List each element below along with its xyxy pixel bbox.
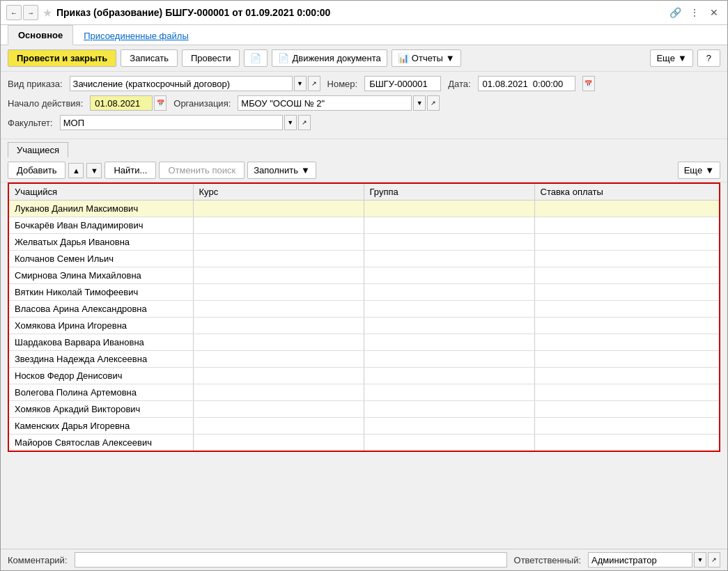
cell-course[interactable] xyxy=(193,418,364,435)
comment-input[interactable] xyxy=(75,552,507,568)
cell-course[interactable] xyxy=(193,234,364,251)
responsible-open-btn[interactable]: ↗ xyxy=(708,552,720,568)
cell-course[interactable] xyxy=(193,401,364,418)
forward-button[interactable]: → xyxy=(23,5,38,20)
responsible-input[interactable] xyxy=(588,552,692,568)
save-button[interactable]: Записать xyxy=(121,49,178,67)
start-input[interactable] xyxy=(90,95,153,111)
cell-course[interactable] xyxy=(193,251,364,267)
cancel-find-button[interactable]: Отменить поиск xyxy=(159,162,245,179)
table-row[interactable]: Майоров Святослав Алексеевич xyxy=(8,435,720,451)
cell-rate[interactable] xyxy=(534,301,720,318)
cell-course[interactable] xyxy=(193,267,364,284)
find-button[interactable]: Найти... xyxy=(104,162,156,179)
faculty-open-btn[interactable]: ↗ xyxy=(298,115,311,130)
type-input[interactable] xyxy=(70,76,293,91)
cell-course[interactable] xyxy=(193,368,364,384)
table-row[interactable]: Смирнова Элина Михайловна xyxy=(8,267,720,284)
cell-course[interactable] xyxy=(193,284,364,301)
cell-course[interactable] xyxy=(193,217,364,234)
cell-group[interactable] xyxy=(364,418,534,435)
bookmark-icon[interactable]: ★ xyxy=(42,6,52,19)
table-row[interactable]: Колчанов Семен Ильич xyxy=(8,251,720,267)
org-input[interactable] xyxy=(238,95,412,111)
table-row[interactable]: Каменских Дарья Игоревна xyxy=(8,418,720,435)
type-dropdown-btn[interactable]: ▼ xyxy=(294,76,307,91)
cell-course[interactable] xyxy=(193,201,364,217)
cell-group[interactable] xyxy=(364,234,534,251)
cell-group[interactable] xyxy=(364,401,534,418)
cell-group[interactable] xyxy=(364,368,534,384)
cell-group[interactable] xyxy=(364,217,534,234)
table-row[interactable]: Шардакова Варвара Ивановна xyxy=(8,334,720,351)
org-open-btn[interactable]: ↗ xyxy=(427,95,440,111)
cell-group[interactable] xyxy=(364,318,534,334)
table-row[interactable]: Хомякова Ирина Игоревна xyxy=(8,318,720,334)
cell-rate[interactable] xyxy=(534,384,720,401)
add-button[interactable]: Добавить xyxy=(8,162,65,179)
cell-rate[interactable] xyxy=(534,435,720,451)
cell-group[interactable] xyxy=(364,201,534,217)
cell-rate[interactable] xyxy=(534,201,720,217)
cell-group[interactable] xyxy=(364,251,534,267)
cell-course[interactable] xyxy=(193,384,364,401)
table-row[interactable]: Бочкарёв Иван Владимирович xyxy=(8,217,720,234)
cell-course[interactable] xyxy=(193,351,364,368)
sub-more-button[interactable]: Еще ▼ xyxy=(678,162,720,179)
cell-group[interactable] xyxy=(364,267,534,284)
cell-rate[interactable] xyxy=(534,318,720,334)
date-input[interactable] xyxy=(478,76,575,91)
cell-rate[interactable] xyxy=(534,418,720,435)
movements-button[interactable]: 📄 Движения документа xyxy=(272,49,387,67)
cell-group[interactable] xyxy=(364,284,534,301)
table-row[interactable]: Волегова Полина Артемовна xyxy=(8,384,720,401)
more-button[interactable]: Еще ▼ xyxy=(650,49,692,67)
cell-group[interactable] xyxy=(364,301,534,318)
cell-course[interactable] xyxy=(193,318,364,334)
table-row[interactable]: Власова Арина Александровна xyxy=(8,301,720,318)
post-button[interactable]: Провести xyxy=(182,49,240,67)
post-close-button[interactable]: Провести и закрыть xyxy=(8,49,116,67)
date-picker-btn[interactable]: 📅 xyxy=(582,76,595,91)
table-row[interactable]: Звездина Надежда Алексеевна xyxy=(8,351,720,368)
students-tab[interactable]: Учащиеся xyxy=(8,142,68,157)
cell-rate[interactable] xyxy=(534,401,720,418)
cell-rate[interactable] xyxy=(534,251,720,267)
org-dropdown-btn[interactable]: ▼ xyxy=(413,95,426,111)
close-icon[interactable]: ✕ xyxy=(706,5,722,20)
cell-rate[interactable] xyxy=(534,334,720,351)
cell-rate[interactable] xyxy=(534,267,720,284)
table-row[interactable]: Вяткин Николай Тимофеевич xyxy=(8,284,720,301)
cell-rate[interactable] xyxy=(534,351,720,368)
faculty-input[interactable] xyxy=(60,115,283,130)
type-open-btn[interactable]: ↗ xyxy=(308,76,320,91)
responsible-dropdown-btn[interactable]: ▼ xyxy=(694,552,706,568)
fill-button[interactable]: Заполнить ▼ xyxy=(247,162,316,179)
table-row[interactable]: Хомяков Аркадий Викторович xyxy=(8,401,720,418)
cell-course[interactable] xyxy=(193,334,364,351)
cell-group[interactable] xyxy=(364,334,534,351)
number-input[interactable] xyxy=(364,76,441,91)
cell-rate[interactable] xyxy=(534,217,720,234)
table-row[interactable]: Луканов Даниил Максимович xyxy=(8,201,720,217)
link-icon[interactable]: 🔗 xyxy=(667,5,683,20)
start-picker-btn[interactable]: 📅 xyxy=(154,95,166,111)
more-icon[interactable]: ⋮ xyxy=(687,5,702,20)
table-row[interactable]: Желватых Дарья Ивановна xyxy=(8,234,720,251)
tab-attached[interactable]: Присоединенные файлы xyxy=(73,26,199,45)
move-down-button[interactable]: ▼ xyxy=(86,163,102,178)
move-up-button[interactable]: ▲ xyxy=(68,163,84,178)
help-button[interactable]: ? xyxy=(697,49,720,67)
reports-button[interactable]: 📊 Отчеты ▼ xyxy=(392,49,461,67)
back-button[interactable]: ← xyxy=(6,5,22,20)
cell-group[interactable] xyxy=(364,435,534,451)
cell-rate[interactable] xyxy=(534,234,720,251)
cell-course[interactable] xyxy=(193,301,364,318)
tab-main[interactable]: Основное xyxy=(8,25,73,45)
cell-rate[interactable] xyxy=(534,368,720,384)
doc-icon-button[interactable]: 📄 xyxy=(244,49,268,67)
cell-course[interactable] xyxy=(193,435,364,451)
table-row[interactable]: Носков Федор Денисович xyxy=(8,368,720,384)
cell-group[interactable] xyxy=(364,384,534,401)
faculty-dropdown-btn[interactable]: ▼ xyxy=(284,115,297,130)
